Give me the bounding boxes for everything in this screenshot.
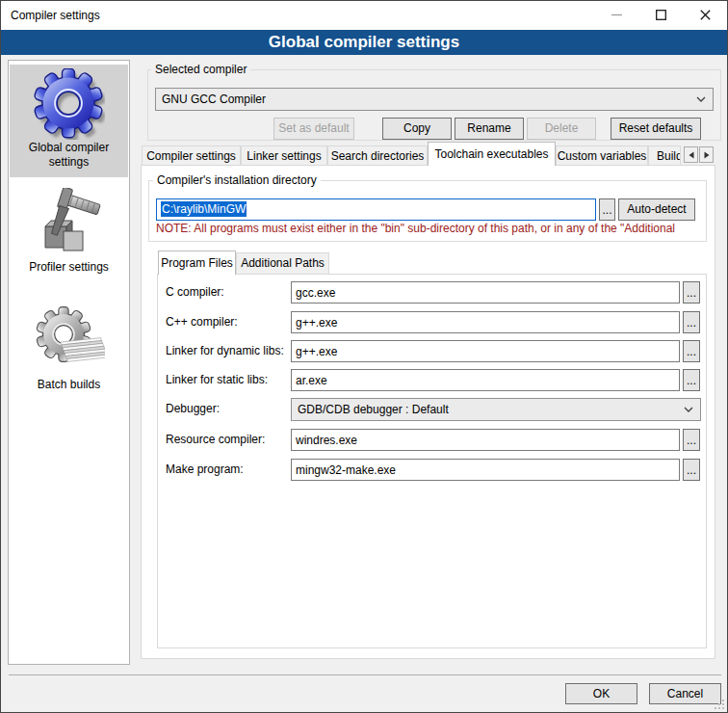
chevron-down-icon	[696, 96, 706, 102]
title-bar: Compiler settings	[1, 1, 727, 30]
ok-button[interactable]: OK	[565, 683, 637, 704]
subtab-additional-paths[interactable]: Additional Paths	[236, 252, 329, 274]
make-program-label: Make program:	[166, 459, 291, 481]
c-compiler-input[interactable]	[291, 281, 680, 304]
c-compiler-browse-button[interactable]: ...	[683, 281, 700, 304]
window-title: Compiler settings	[11, 1, 100, 30]
compiler-settings-dialog: Compiler settings Global compiler settin…	[0, 0, 728, 713]
set-as-default-button[interactable]: Set as default	[273, 118, 354, 140]
resize-grip[interactable]	[715, 700, 724, 709]
make-program-browse-button[interactable]: ...	[683, 459, 700, 481]
cpp-compiler-input[interactable]	[291, 311, 680, 333]
debugger-dropdown[interactable]: GDB/CDB debugger : Default	[291, 398, 701, 421]
delete-button[interactable]: Delete	[527, 118, 596, 140]
install-dir-input[interactable]: C:\raylib\MinGW	[156, 198, 596, 221]
tab-linker-settings[interactable]: Linker settings	[241, 145, 327, 165]
sidebar-item-profiler-settings[interactable]: Profiler settings	[10, 184, 128, 294]
linker-dynamic-label: Linker for dynamic libs:	[166, 340, 291, 362]
gray-gear-stack-icon	[34, 305, 105, 377]
tab-scroll-left-button[interactable]	[684, 146, 698, 163]
linker-static-browse-button[interactable]: ...	[683, 369, 700, 391]
sidebar-item-label: Batch builds	[10, 378, 128, 392]
sidebar-item-global-compiler-settings[interactable]: Global compiler settings	[10, 65, 128, 177]
reset-defaults-button[interactable]: Reset defaults	[611, 118, 701, 140]
resource-compiler-input[interactable]	[291, 429, 680, 451]
maximize-icon	[656, 10, 666, 20]
selected-compiler-value: GNU GCC Compiler	[162, 89, 713, 110]
subtab-program-files[interactable]: Program Files	[158, 251, 236, 275]
cancel-button[interactable]: Cancel	[649, 683, 721, 704]
auto-detect-button[interactable]: Auto-detect	[618, 198, 695, 221]
tab-scroll-left-icon	[689, 151, 694, 159]
linker-dynamic-input[interactable]	[291, 340, 680, 362]
blue-gear-icon	[34, 68, 105, 140]
caliper-icon	[34, 188, 105, 259]
tab-toolchain-executables[interactable]: Toolchain executables	[428, 142, 556, 166]
sidebar-item-batch-builds[interactable]: Batch builds	[10, 302, 128, 411]
c-compiler-label: C compiler:	[166, 281, 291, 304]
cpp-compiler-browse-button[interactable]: ...	[683, 311, 700, 333]
maximize-button[interactable]	[638, 1, 683, 29]
linker-dynamic-browse-button[interactable]: ...	[683, 340, 700, 362]
rename-button[interactable]: Rename	[455, 118, 524, 140]
sidebar-item-label: Global compiler settings	[10, 141, 128, 170]
settings-category-list: Global compiler settings Profiler settin…	[8, 60, 130, 665]
minimize-button[interactable]	[594, 1, 638, 29]
tab-custom-variables[interactable]: Custom variables	[556, 145, 648, 165]
chevron-down-icon	[684, 407, 693, 412]
selected-compiler-group-label: Selected compiler	[151, 63, 250, 76]
tab-build-options[interactable]: Build options	[648, 145, 681, 165]
footer-divider	[9, 674, 721, 675]
linker-static-input[interactable]	[291, 369, 680, 391]
resource-compiler-label: Resource compiler:	[166, 429, 291, 451]
close-icon	[700, 10, 711, 20]
tab-scroll-right-button[interactable]	[699, 146, 714, 163]
tab-compiler-settings[interactable]: Compiler settings	[142, 145, 241, 165]
copy-button[interactable]: Copy	[382, 118, 452, 140]
cpp-compiler-label: C++ compiler:	[166, 311, 291, 333]
tab-scroll-right-icon	[704, 151, 710, 159]
debugger-label: Debugger:	[166, 398, 291, 420]
selected-compiler-dropdown[interactable]: GNU GCC Compiler	[155, 88, 714, 111]
tab-search-directories[interactable]: Search directories	[327, 145, 428, 165]
sidebar-item-label: Profiler settings	[10, 260, 128, 275]
minimize-icon	[611, 10, 622, 20]
make-program-input[interactable]	[291, 459, 680, 481]
bin-subdirectory-note: NOTE: All programs must exist either in …	[156, 222, 703, 235]
install-dir-browse-button[interactable]: ...	[599, 198, 615, 221]
install-dir-selected-text: C:\raylib\MinGW	[161, 201, 247, 217]
installation-directory-group-label: Compiler's installation directory	[153, 173, 321, 187]
close-button[interactable]	[683, 1, 727, 29]
linker-static-label: Linker for static libs:	[166, 369, 291, 391]
debugger-value: GDB/CDB debugger : Default	[298, 399, 700, 420]
dialog-banner-title: Global compiler settings	[1, 30, 727, 55]
resource-compiler-browse-button[interactable]: ...	[683, 429, 700, 451]
